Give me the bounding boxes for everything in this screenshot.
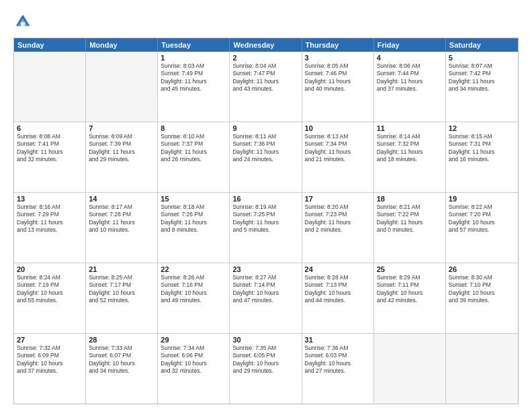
calendar-cell: 20Sunrise: 8:24 AM Sunset: 7:19 PM Dayli… xyxy=(14,263,86,333)
cell-info: Sunrise: 8:27 AM Sunset: 7:14 PM Dayligh… xyxy=(232,274,298,305)
calendar-cell: 31Sunrise: 7:36 AM Sunset: 6:03 PM Dayli… xyxy=(302,334,374,404)
day-number: 14 xyxy=(89,195,154,203)
logo-icon xyxy=(13,12,32,31)
cell-info: Sunrise: 8:20 AM Sunset: 7:23 PM Dayligh… xyxy=(305,203,371,234)
calendar-cell: 10Sunrise: 8:13 AM Sunset: 7:34 PM Dayli… xyxy=(302,122,374,192)
calendar-cell: 1Sunrise: 8:03 AM Sunset: 7:49 PM Daylig… xyxy=(158,52,230,122)
calendar-cell: 14Sunrise: 8:17 AM Sunset: 7:28 PM Dayli… xyxy=(86,193,158,263)
day-number: 17 xyxy=(305,195,371,203)
calendar-cell xyxy=(446,334,518,404)
day-number: 5 xyxy=(449,54,515,62)
calendar-cell: 22Sunrise: 8:26 AM Sunset: 7:16 PM Dayli… xyxy=(158,263,230,333)
weekday-header-saturday: Saturday xyxy=(446,38,518,52)
calendar-cell: 4Sunrise: 8:06 AM Sunset: 7:44 PM Daylig… xyxy=(374,52,446,122)
calendar-cell: 25Sunrise: 8:29 AM Sunset: 7:11 PM Dayli… xyxy=(374,263,446,333)
day-number: 13 xyxy=(17,195,83,203)
calendar-cell: 24Sunrise: 8:28 AM Sunset: 7:13 PM Dayli… xyxy=(302,263,374,333)
weekday-header-sunday: Sunday xyxy=(14,38,86,52)
day-number: 6 xyxy=(17,124,83,132)
day-number: 30 xyxy=(232,336,298,344)
cell-info: Sunrise: 8:26 AM Sunset: 7:16 PM Dayligh… xyxy=(161,274,226,305)
day-number: 25 xyxy=(377,265,443,273)
cell-info: Sunrise: 8:07 AM Sunset: 7:42 PM Dayligh… xyxy=(449,62,515,93)
day-number: 21 xyxy=(89,265,154,273)
cell-info: Sunrise: 8:19 AM Sunset: 7:25 PM Dayligh… xyxy=(232,203,298,234)
cell-info: Sunrise: 8:24 AM Sunset: 7:19 PM Dayligh… xyxy=(17,274,83,305)
calendar-cell xyxy=(86,52,158,122)
day-number: 16 xyxy=(232,195,298,203)
day-number: 18 xyxy=(377,195,443,203)
calendar-cell: 11Sunrise: 8:14 AM Sunset: 7:32 PM Dayli… xyxy=(374,122,446,192)
cell-info: Sunrise: 8:17 AM Sunset: 7:28 PM Dayligh… xyxy=(89,203,154,234)
cell-info: Sunrise: 8:08 AM Sunset: 7:41 PM Dayligh… xyxy=(17,133,83,164)
weekday-header-friday: Friday xyxy=(374,38,446,52)
cell-info: Sunrise: 8:15 AM Sunset: 7:31 PM Dayligh… xyxy=(449,133,515,164)
cell-info: Sunrise: 8:29 AM Sunset: 7:11 PM Dayligh… xyxy=(377,274,443,305)
day-number: 10 xyxy=(305,124,371,132)
day-number: 1 xyxy=(161,54,226,62)
cell-info: Sunrise: 7:36 AM Sunset: 6:03 PM Dayligh… xyxy=(305,345,371,375)
calendar-cell: 7Sunrise: 8:09 AM Sunset: 7:39 PM Daylig… xyxy=(86,122,158,192)
cell-info: Sunrise: 7:33 AM Sunset: 6:07 PM Dayligh… xyxy=(89,345,154,375)
cell-info: Sunrise: 8:14 AM Sunset: 7:32 PM Dayligh… xyxy=(377,133,443,164)
cell-info: Sunrise: 8:03 AM Sunset: 7:49 PM Dayligh… xyxy=(161,62,226,93)
day-number: 31 xyxy=(305,336,371,344)
day-number: 29 xyxy=(161,336,226,344)
calendar-cell: 18Sunrise: 8:21 AM Sunset: 7:22 PM Dayli… xyxy=(374,193,446,263)
day-number: 22 xyxy=(161,265,226,273)
cell-info: Sunrise: 8:25 AM Sunset: 7:17 PM Dayligh… xyxy=(89,274,154,305)
calendar-cell: 2Sunrise: 8:04 AM Sunset: 7:47 PM Daylig… xyxy=(230,52,302,122)
weekday-header-thursday: Thursday xyxy=(302,38,374,52)
day-number: 19 xyxy=(449,195,515,203)
cell-info: Sunrise: 8:10 AM Sunset: 7:37 PM Dayligh… xyxy=(161,133,226,164)
day-number: 15 xyxy=(161,195,226,203)
cell-info: Sunrise: 7:34 AM Sunset: 6:06 PM Dayligh… xyxy=(161,345,226,375)
calendar-cell: 12Sunrise: 8:15 AM Sunset: 7:31 PM Dayli… xyxy=(446,122,518,192)
calendar-cell: 16Sunrise: 8:19 AM Sunset: 7:25 PM Dayli… xyxy=(230,193,302,263)
day-number: 12 xyxy=(449,124,515,132)
calendar-cell: 21Sunrise: 8:25 AM Sunset: 7:17 PM Dayli… xyxy=(86,263,158,333)
cell-info: Sunrise: 8:05 AM Sunset: 7:46 PM Dayligh… xyxy=(305,62,371,93)
day-number: 27 xyxy=(17,336,83,344)
cell-info: Sunrise: 8:11 AM Sunset: 7:36 PM Dayligh… xyxy=(232,133,298,164)
cell-info: Sunrise: 8:22 AM Sunset: 7:20 PM Dayligh… xyxy=(449,203,515,234)
calendar-row-2: 13Sunrise: 8:16 AM Sunset: 7:29 PM Dayli… xyxy=(14,192,518,263)
svg-rect-2 xyxy=(21,22,25,26)
calendar-cell: 6Sunrise: 8:08 AM Sunset: 7:41 PM Daylig… xyxy=(14,122,86,192)
header xyxy=(13,12,519,31)
cell-info: Sunrise: 8:13 AM Sunset: 7:34 PM Dayligh… xyxy=(305,133,371,164)
calendar-cell: 19Sunrise: 8:22 AM Sunset: 7:20 PM Dayli… xyxy=(446,193,518,263)
day-number: 28 xyxy=(89,336,154,344)
calendar-cell: 5Sunrise: 8:07 AM Sunset: 7:42 PM Daylig… xyxy=(446,52,518,122)
calendar-cell: 13Sunrise: 8:16 AM Sunset: 7:29 PM Dayli… xyxy=(14,193,86,263)
weekday-header-monday: Monday xyxy=(86,38,158,52)
cell-info: Sunrise: 8:06 AM Sunset: 7:44 PM Dayligh… xyxy=(377,62,443,93)
day-number: 4 xyxy=(377,54,443,62)
cell-info: Sunrise: 7:32 AM Sunset: 6:09 PM Dayligh… xyxy=(17,345,83,375)
calendar-cell xyxy=(374,334,446,404)
calendar-row-0: 1Sunrise: 8:03 AM Sunset: 7:49 PM Daylig… xyxy=(14,52,518,122)
weekday-header-tuesday: Tuesday xyxy=(158,38,230,52)
day-number: 26 xyxy=(449,265,515,273)
day-number: 24 xyxy=(305,265,371,273)
calendar-row-4: 27Sunrise: 7:32 AM Sunset: 6:09 PM Dayli… xyxy=(14,333,518,404)
calendar-cell: 23Sunrise: 8:27 AM Sunset: 7:14 PM Dayli… xyxy=(230,263,302,333)
day-number: 3 xyxy=(305,54,371,62)
calendar-cell: 3Sunrise: 8:05 AM Sunset: 7:46 PM Daylig… xyxy=(302,52,374,122)
calendar-cell: 30Sunrise: 7:35 AM Sunset: 6:05 PM Dayli… xyxy=(230,334,302,404)
weekday-header-wednesday: Wednesday xyxy=(230,38,302,52)
cell-info: Sunrise: 8:21 AM Sunset: 7:22 PM Dayligh… xyxy=(377,203,443,234)
calendar: SundayMondayTuesdayWednesdayThursdayFrid… xyxy=(13,38,519,404)
calendar-row-3: 20Sunrise: 8:24 AM Sunset: 7:19 PM Dayli… xyxy=(14,263,518,333)
cell-info: Sunrise: 8:16 AM Sunset: 7:29 PM Dayligh… xyxy=(17,203,83,234)
calendar-cell: 17Sunrise: 8:20 AM Sunset: 7:23 PM Dayli… xyxy=(302,193,374,263)
day-number: 9 xyxy=(232,124,298,132)
cell-info: Sunrise: 8:04 AM Sunset: 7:47 PM Dayligh… xyxy=(232,62,298,93)
calendar-body: 1Sunrise: 8:03 AM Sunset: 7:49 PM Daylig… xyxy=(14,52,518,404)
calendar-cell: 27Sunrise: 7:32 AM Sunset: 6:09 PM Dayli… xyxy=(14,334,86,404)
day-number: 2 xyxy=(232,54,298,62)
day-number: 23 xyxy=(232,265,298,273)
calendar-cell: 9Sunrise: 8:11 AM Sunset: 7:36 PM Daylig… xyxy=(230,122,302,192)
calendar-cell: 26Sunrise: 8:30 AM Sunset: 7:10 PM Dayli… xyxy=(446,263,518,333)
calendar-cell: 15Sunrise: 8:18 AM Sunset: 7:26 PM Dayli… xyxy=(158,193,230,263)
